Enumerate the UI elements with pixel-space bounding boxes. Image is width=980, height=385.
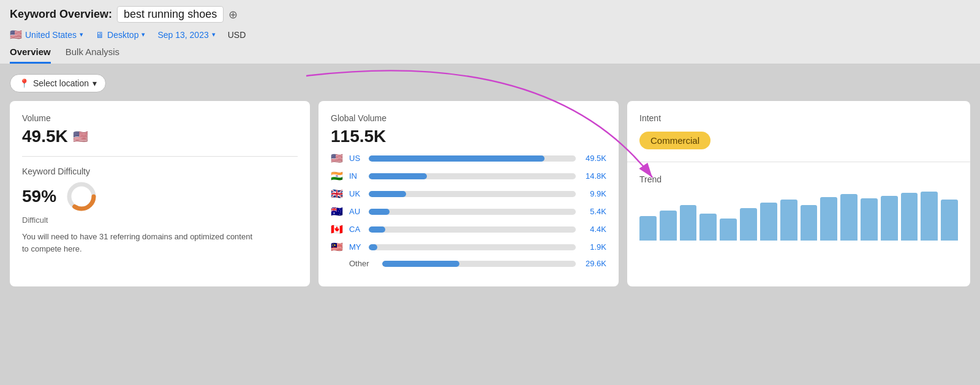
keyword-difficulty-section: Keyword Difficulty 59% Difficult You wil…: [22, 166, 298, 255]
bar-flag: 🇨🇦: [331, 223, 344, 235]
tab-bulk-analysis[interactable]: Bulk Analysis: [66, 47, 119, 64]
bar-track: [369, 226, 576, 233]
bar-other-label: Other: [349, 259, 377, 268]
bar-track: [369, 173, 576, 179]
volume-flag: 🇺🇸: [73, 129, 88, 144]
bar-row: 🇮🇳 IN 14.8K: [331, 170, 606, 182]
trend-bar: [840, 194, 858, 241]
bar-country: MY: [349, 242, 364, 252]
monitor-icon: 🖥: [96, 30, 104, 40]
location-chevron-icon: ▾: [80, 31, 83, 39]
bar-country: CA: [349, 225, 364, 234]
bar-value: 1.9K: [581, 242, 606, 252]
trend-bar: [861, 198, 878, 241]
kd-sublabel: Difficult: [22, 215, 298, 225]
bar-row: 🇬🇧 UK 9.9K: [331, 188, 606, 200]
kd-description: You will need to have 31 referring domai…: [22, 231, 255, 255]
header-row: Keyword Overview: best running shoes ⊕: [10, 6, 970, 23]
trend-bar: [699, 214, 717, 241]
bar-track: [369, 191, 576, 197]
bar-value: 9.9K: [581, 189, 606, 198]
trend-bar: [801, 205, 818, 241]
device-label: Desktop: [107, 30, 138, 40]
bar-fill: [369, 155, 545, 162]
intent-card: Intent Commercial: [627, 101, 970, 162]
trend-bar: [720, 219, 737, 241]
bar-flag: 🇺🇸: [331, 152, 344, 164]
bar-country: IN: [349, 171, 364, 181]
bar-value: 14.8K: [581, 171, 606, 181]
keyword-overview-label: Keyword Overview:: [10, 8, 112, 21]
bar-fill: [369, 191, 406, 197]
volume-label: Volume: [22, 113, 298, 123]
trend-bars: [639, 192, 958, 241]
bar-country: US: [349, 154, 364, 163]
kd-value: 59%: [22, 187, 56, 206]
bar-track: [369, 244, 576, 250]
location-flag: 🇺🇸: [10, 29, 22, 40]
device-chevron-icon: ▾: [141, 31, 145, 39]
bar-row: 🇲🇾 MY 1.9K: [331, 241, 606, 253]
trend-bar: [639, 216, 657, 241]
bar-flag: 🇬🇧: [331, 188, 344, 200]
trend-bar: [901, 193, 918, 241]
global-volume-bar-list: 🇺🇸 US 49.5K 🇮🇳 IN 14.8K 🇬🇧 UK 9.9K 🇦🇺 AU: [331, 152, 606, 268]
location-dropdown-chevron-icon: ▾: [92, 78, 97, 88]
location-row: 📍 Select location ▾: [10, 74, 970, 92]
keyword-pill: best running shoes: [117, 6, 224, 23]
bar-value-other: 29.6K: [581, 259, 606, 268]
kd-label: Keyword Difficulty: [22, 166, 298, 176]
currency-label: USD: [228, 30, 246, 40]
global-volume-label: Global Volume: [331, 113, 606, 123]
device-filter[interactable]: 🖥 Desktop ▾: [96, 30, 145, 40]
location-label: United States: [25, 30, 77, 40]
date-chevron-icon: ▾: [212, 31, 216, 39]
bar-flag: 🇲🇾: [331, 241, 344, 253]
filters-row: 🇺🇸 United States ▾ 🖥 Desktop ▾ Sep 13, 2…: [10, 29, 970, 40]
bar-country: AU: [349, 207, 364, 216]
date-filter[interactable]: Sep 13, 2023 ▾: [157, 30, 215, 40]
trend-bar: [921, 192, 938, 241]
trend-bar: [780, 200, 797, 241]
global-volume-card: Global Volume 115.5K 🇺🇸 US 49.5K 🇮🇳 IN 1…: [318, 101, 619, 286]
right-panel: Intent Commercial Trend: [627, 101, 970, 286]
trend-bar: [820, 197, 837, 241]
volume-value: 49.5K 🇺🇸: [22, 127, 298, 146]
volume-card: Volume 49.5K 🇺🇸 Keyword Difficulty 59%: [10, 101, 310, 286]
intent-badge: Commercial: [639, 132, 710, 149]
add-keyword-icon[interactable]: ⊕: [228, 8, 238, 21]
bar-value: 4.4K: [581, 225, 606, 234]
bar-row: 🇨🇦 CA 4.4K: [331, 223, 606, 235]
bar-row: 🇦🇺 AU 5.4K: [331, 206, 606, 217]
bar-fill-other: [382, 261, 459, 267]
trend-bar: [680, 205, 697, 241]
bar-track: [369, 155, 576, 162]
trend-label: Trend: [639, 174, 958, 184]
bar-fill: [369, 209, 390, 215]
bar-country: UK: [349, 189, 364, 198]
trend-bar: [760, 203, 777, 241]
global-volume-value: 115.5K: [331, 127, 606, 146]
top-bar: Keyword Overview: best running shoes ⊕ 🇺…: [0, 0, 980, 64]
trend-bar: [881, 196, 898, 241]
bar-flag: 🇮🇳: [331, 170, 344, 182]
tabs-row: Overview Bulk Analysis: [10, 47, 970, 64]
tab-overview[interactable]: Overview: [10, 47, 51, 64]
donut-svg: [65, 180, 98, 213]
bar-fill: [369, 244, 377, 250]
location-filter[interactable]: 🇺🇸 United States ▾: [10, 29, 83, 40]
bar-fill: [369, 173, 427, 179]
main-content: 📍 Select location ▾ Volume 49.5K 🇺🇸 Keyw…: [0, 64, 980, 296]
select-location-button[interactable]: 📍 Select location ▾: [10, 74, 106, 92]
location-btn-label: Select location: [33, 78, 89, 88]
bar-row: 🇺🇸 US 49.5K: [331, 152, 606, 164]
trend-card: Trend: [627, 162, 970, 286]
date-label: Sep 13, 2023: [157, 30, 208, 40]
cards-row: Volume 49.5K 🇺🇸 Keyword Difficulty 59%: [10, 101, 970, 286]
bar-row-other: Other 29.6K: [331, 259, 606, 268]
trend-bar: [941, 200, 958, 241]
bar-track: [369, 209, 576, 215]
trend-bar: [740, 208, 757, 241]
bar-fill: [369, 226, 385, 233]
location-pin-icon: 📍: [19, 78, 29, 88]
